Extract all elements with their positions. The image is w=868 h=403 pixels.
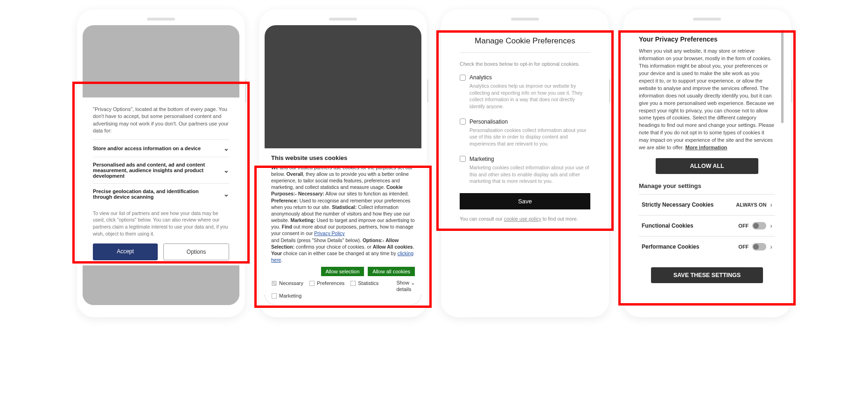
- toggle-switch[interactable]: [752, 243, 766, 250]
- chevron-down-icon: ⌄: [224, 145, 229, 152]
- background-overlay: [447, 235, 603, 305]
- dialog-title: Manage Cookie Preferences: [460, 36, 590, 53]
- show-details-link[interactable]: Show ⌄ details: [396, 280, 415, 292]
- purpose-label: Store and/or access information on a dev…: [93, 146, 201, 151]
- footer-note: To view our list of partners and see how…: [93, 210, 229, 237]
- chevron-right-icon: ›: [770, 201, 772, 208]
- chevron-right-icon: ›: [770, 222, 772, 229]
- setting-label: Performance Cookies: [642, 243, 699, 250]
- purpose-label: Personalised ads and content, ad and con…: [93, 162, 219, 179]
- cookie-policy-link[interactable]: cookie use policy: [504, 216, 541, 222]
- privacy-preferences-dialog: Your Privacy Preferences When you visit …: [629, 25, 785, 305]
- phone-speaker: [511, 18, 539, 21]
- manage-cookie-dialog: Manage Cookie Preferences Check the boxe…: [447, 25, 603, 231]
- intro-text: When you visit any website, it may store…: [639, 48, 775, 152]
- background-overlay: [83, 265, 239, 305]
- chevron-down-icon: ⌄: [224, 167, 229, 174]
- statistics-checkbox[interactable]: Statistics: [350, 280, 378, 287]
- category-analytics: Analytics Analytics cookies help us impr…: [460, 74, 590, 110]
- chevron-down-icon: ⌄: [411, 280, 415, 285]
- state-text: OFF: [738, 223, 749, 229]
- dialog-subtitle: Check the boxes below to opt-in for opti…: [460, 61, 590, 67]
- performance-cookies-row[interactable]: Performance Cookies OFF ›: [639, 236, 775, 257]
- accept-button[interactable]: Accept: [93, 243, 158, 260]
- personalisation-checkbox-row[interactable]: Personalisation: [460, 118, 590, 125]
- scrollbar[interactable]: [781, 30, 784, 300]
- save-button[interactable]: Save: [460, 193, 590, 209]
- analytics-description: Analytics cookies help us improve our we…: [460, 83, 590, 110]
- options-button[interactable]: Options: [163, 243, 229, 260]
- marketing-description: Marketing cookies collect information ab…: [460, 164, 590, 185]
- allow-all-button[interactable]: ALLOW ALL: [656, 158, 758, 174]
- phone-2: This website uses cookies We and our tru…: [259, 9, 427, 317]
- dialog-title: This website uses cookies: [271, 154, 415, 162]
- save-settings-button[interactable]: SAVE THESE SETTINGS: [651, 267, 763, 283]
- more-information-link[interactable]: More information: [685, 145, 727, 150]
- footer-text: You can consult our cookie use policy to…: [460, 216, 590, 222]
- phone-side-button: [427, 79, 428, 103]
- screen-2: This website uses cookies We and our tru…: [265, 25, 421, 305]
- intro-text: "Privacy Options", located at the bottom…: [93, 106, 229, 135]
- strictly-necessary-row[interactable]: Strictly Necessary Cookies ALWAYS ON ›: [639, 194, 775, 215]
- checkbox-icon: [460, 75, 466, 81]
- chevron-right-icon: ›: [770, 243, 772, 250]
- checkbox-icon: [460, 156, 466, 162]
- phone-speaker: [329, 18, 357, 21]
- privacy-policy-link[interactable]: Privacy Policy: [314, 230, 344, 236]
- analytics-checkbox-row[interactable]: Analytics: [460, 74, 590, 81]
- preferences-checkbox[interactable]: Preferences: [309, 280, 344, 287]
- manage-settings-heading: Manage your settings: [639, 182, 775, 189]
- screen-4: Your Privacy Preferences When you visit …: [629, 25, 785, 305]
- dialog-title: Your Privacy Preferences: [639, 35, 775, 43]
- purpose-row-3[interactable]: Precise geolocation data, and identifica…: [93, 183, 229, 204]
- state-text: OFF: [738, 244, 749, 250]
- phone-3: Manage Cookie Preferences Check the boxe…: [441, 9, 609, 317]
- marketing-checkbox-row[interactable]: Marketing: [460, 156, 590, 162]
- toggle-switch[interactable]: [752, 222, 766, 229]
- screen-1: "Privacy Options", located at the bottom…: [83, 25, 239, 305]
- phone-1: "Privacy Options", located at the bottom…: [77, 9, 245, 317]
- state-text: ALWAYS ON: [736, 202, 766, 208]
- scrollbar-thumb[interactable]: [781, 30, 784, 123]
- cookies-dialog: This website uses cookies We and our tru…: [265, 148, 421, 305]
- dialog-body: We and our trusted partners use cookies …: [271, 164, 415, 264]
- setting-label: Strictly Necessary Cookies: [642, 202, 714, 208]
- privacy-options-dialog: "Privacy Options", located at the bottom…: [83, 97, 239, 265]
- screen-3: Manage Cookie Preferences Check the boxe…: [447, 25, 603, 305]
- category-marketing: Marketing Marketing cookies collect info…: [460, 156, 590, 185]
- phone-speaker: [693, 18, 721, 21]
- phone-4: Your Privacy Preferences When you visit …: [623, 9, 791, 317]
- functional-cookies-row[interactable]: Functional Cookies OFF ›: [639, 215, 775, 236]
- necessary-checkbox[interactable]: Necessary: [271, 280, 303, 287]
- category-personalisation: Personalisation Personalisation cookies …: [460, 118, 590, 147]
- phone-side-button: [245, 79, 246, 103]
- allow-all-cookies-button[interactable]: Allow all cookies: [368, 267, 415, 276]
- checkbox-icon: [460, 118, 466, 125]
- purpose-label: Precise geolocation data, and identifica…: [93, 188, 219, 200]
- allow-selection-button[interactable]: Allow selection: [321, 267, 364, 276]
- chevron-down-icon: ⌄: [224, 190, 229, 198]
- personalisation-description: Personalisation cookies collect informat…: [460, 127, 590, 147]
- phone-side-button: [609, 79, 610, 103]
- phone-speaker: [147, 18, 175, 21]
- marketing-checkbox[interactable]: Marketing: [271, 292, 301, 299]
- setting-label: Functional Cookies: [642, 222, 693, 229]
- purpose-row-1[interactable]: Store and/or access information on a dev…: [93, 139, 229, 157]
- phone-side-button: [791, 79, 792, 103]
- purpose-row-2[interactable]: Personalised ads and content, ad and con…: [93, 157, 229, 183]
